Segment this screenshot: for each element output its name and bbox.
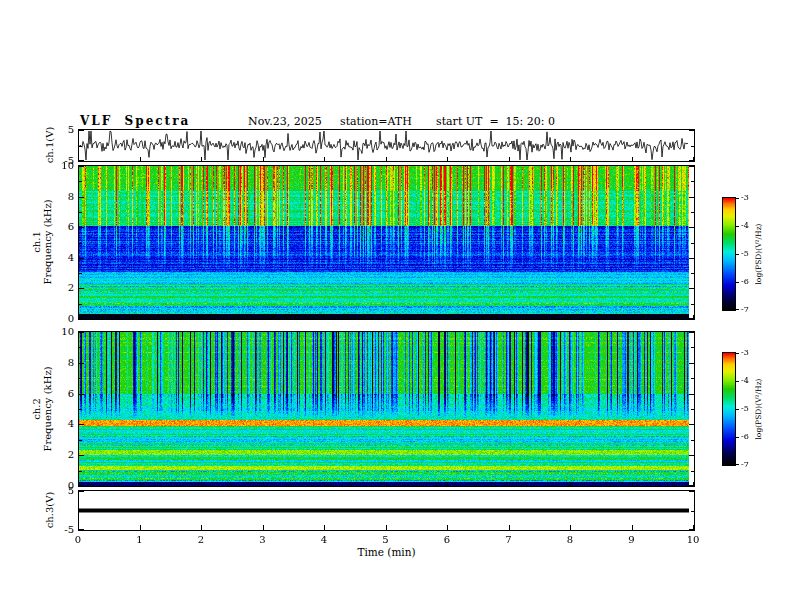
- y-tick-label: 2: [42, 449, 74, 460]
- colorbar-ch2-canvas: [723, 353, 735, 465]
- ch2-spectrogram-panel: [78, 331, 695, 487]
- y-minor-tick-mark: [691, 378, 694, 379]
- y-minor-tick-mark: [79, 273, 82, 274]
- x-tick-mark: [201, 525, 202, 530]
- x-tick-label: 5: [371, 534, 401, 545]
- y-tick-label: 8: [42, 357, 74, 368]
- x-tick-label: 8: [555, 534, 585, 545]
- x-tick-label: 7: [494, 534, 524, 545]
- y-tick-mark: [689, 197, 694, 198]
- x-tick-label: 1: [125, 534, 155, 545]
- ch1-label-text: ch.1: [31, 199, 42, 284]
- y-minor-tick-mark: [79, 471, 82, 472]
- colorbar-tick-mark: [736, 254, 739, 255]
- x-tick-mark: [447, 482, 448, 486]
- y-tick-mark: [689, 424, 694, 425]
- x-tick-mark: [140, 525, 141, 530]
- y-tick-mark: [689, 491, 694, 492]
- y-tick-label: 4: [42, 252, 74, 263]
- colorbar-tick-label: -4: [741, 221, 759, 230]
- y-tick-mark: [79, 491, 84, 492]
- y-minor-tick-mark: [691, 440, 694, 441]
- x-tick-mark: [693, 157, 694, 161]
- y-tick-label: 5: [42, 124, 74, 135]
- ch1-frequency-label-text: Frequency (kHz): [42, 199, 53, 284]
- x-tick-mark: [324, 157, 325, 161]
- colorbar-tick-mark: [736, 309, 739, 310]
- ch2-label-text: ch.2: [31, 366, 42, 451]
- y-tick-mark: [79, 318, 84, 319]
- x-tick-mark: [263, 157, 264, 161]
- y-tick-mark: [689, 288, 694, 289]
- x-axis-label: Time (min): [78, 546, 695, 558]
- y-tick-mark: [79, 455, 84, 456]
- ch2-spectrogram-ylabel: ch.2 Frequency (kHz): [31, 366, 53, 451]
- y-minor-tick-mark: [691, 347, 694, 348]
- y-minor-tick-mark: [79, 347, 82, 348]
- x-tick-mark: [386, 482, 387, 486]
- y-minor-tick-mark: [691, 212, 694, 213]
- x-tick-mark: [509, 157, 510, 161]
- colorbar-tick-label: -3: [741, 193, 759, 202]
- y-minor-tick-mark: [691, 304, 694, 305]
- x-tick-mark: [78, 157, 79, 161]
- x-tick-mark: [632, 315, 633, 319]
- y-tick-mark: [79, 258, 84, 259]
- y-tick-mark: [689, 363, 694, 364]
- y-tick-mark: [689, 166, 694, 167]
- y-tick-mark: [79, 160, 84, 161]
- colorbar-ch2: [722, 352, 736, 466]
- x-tick-mark: [386, 157, 387, 161]
- ch1-spectrogram-ylabel: ch.1 Frequency (kHz): [31, 199, 53, 284]
- x-tick-mark: [140, 315, 141, 319]
- colorbar-tick-mark: [736, 381, 739, 382]
- figure-station: station=ATH: [340, 115, 412, 128]
- y-tick-label: 8: [42, 191, 74, 202]
- y-tick-mark: [689, 394, 694, 395]
- x-tick-label: 3: [248, 534, 278, 545]
- y-minor-tick-mark: [79, 146, 82, 147]
- x-tick-mark: [140, 157, 141, 161]
- colorbar-tick-label: -6: [741, 277, 759, 286]
- x-tick-mark: [570, 157, 571, 161]
- y-tick-label: 10: [42, 326, 74, 337]
- colorbar-tick-label: -3: [741, 348, 759, 357]
- ch1-waveform-panel: [78, 129, 695, 162]
- y-tick-mark: [689, 130, 694, 131]
- y-minor-tick-mark: [79, 440, 82, 441]
- colorbar-tick-label: -7: [741, 460, 759, 469]
- y-minor-tick-mark: [691, 409, 694, 410]
- ch3-waveform-ylabel: ch.3(V): [44, 492, 55, 529]
- ch1-spectrogram-panel: [78, 165, 695, 320]
- y-minor-tick-mark: [79, 378, 82, 379]
- y-minor-tick-mark: [79, 181, 82, 182]
- ch2-frequency-label-text: Frequency (kHz): [42, 366, 53, 451]
- y-tick-mark: [79, 332, 84, 333]
- colorbar-ch1-canvas: [723, 198, 735, 310]
- x-tick-mark: [324, 315, 325, 319]
- x-tick-mark: [78, 482, 79, 486]
- x-tick-mark: [570, 482, 571, 486]
- x-tick-mark: [632, 482, 633, 486]
- ch2-spectrogram-canvas: [79, 332, 689, 486]
- colorbar-tick-label: -4: [741, 376, 759, 385]
- x-tick-mark: [447, 525, 448, 530]
- y-tick-mark: [79, 363, 84, 364]
- y-tick-label: 4: [42, 418, 74, 429]
- y-tick-mark: [79, 424, 84, 425]
- y-minor-tick-mark: [691, 243, 694, 244]
- x-tick-label: 0: [63, 534, 93, 545]
- y-minor-tick-mark: [79, 511, 82, 512]
- y-tick-mark: [79, 166, 84, 167]
- x-tick-mark: [386, 315, 387, 319]
- y-tick-mark: [79, 130, 84, 131]
- y-minor-tick-mark: [79, 409, 82, 410]
- colorbar-tick-mark: [736, 409, 739, 410]
- figure-start-ut: start UT = 15: 20: 0: [436, 115, 555, 128]
- x-tick-mark: [693, 315, 694, 319]
- figure-title: VLF Spectra: [80, 114, 190, 128]
- y-tick-mark: [689, 258, 694, 259]
- y-tick-mark: [79, 288, 84, 289]
- x-tick-mark: [632, 525, 633, 530]
- x-tick-mark: [693, 482, 694, 486]
